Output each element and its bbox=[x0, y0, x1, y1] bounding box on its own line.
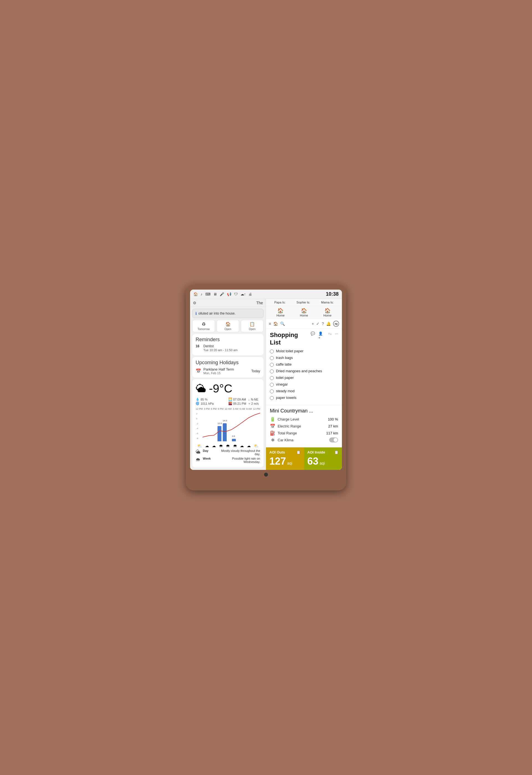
wind-speed-icon: ≈ bbox=[249, 402, 250, 405]
shopping-item-4[interactable]: toilet paper bbox=[270, 376, 338, 380]
shopping-item-7[interactable]: paper towels bbox=[270, 396, 338, 400]
bell-icon[interactable]: 🔔 bbox=[326, 322, 331, 326]
notification-bar[interactable]: ℹ olluted air into the house. bbox=[192, 309, 264, 318]
shopping-toolbar: 💬 👤+ ↑↓ ··· bbox=[311, 332, 338, 340]
wind-direction: N-NE bbox=[251, 398, 258, 401]
add-user-icon[interactable]: 👤+ bbox=[318, 332, 325, 340]
family-bar: Papa Is: Sophie Is: Mama Is: bbox=[266, 299, 342, 306]
item-chip-tomorrow[interactable]: ♻ Tomorrow bbox=[192, 320, 215, 332]
weather-main: 🌥 -9°C bbox=[196, 382, 260, 395]
shopping-item-5[interactable]: vinegar bbox=[270, 382, 338, 387]
shopping-section: Shopping List 💬 👤+ ↑↓ ··· Moist toilet p… bbox=[266, 329, 342, 405]
holidays-card: Upcoming Holidays 📅 Parklane Half Term M… bbox=[192, 357, 264, 378]
weather-icon-6: ☁ bbox=[240, 443, 244, 448]
aol-outside-number: 127 bbox=[269, 455, 286, 467]
shopping-item-0[interactable]: Moist toilet paper bbox=[270, 349, 338, 353]
help-icon[interactable]: ? bbox=[322, 322, 324, 326]
checkbox-7[interactable] bbox=[270, 396, 274, 400]
weather-icon: 🌥 bbox=[196, 383, 206, 395]
add-icon[interactable]: + bbox=[312, 322, 314, 326]
car-stat-klima: ❄ Car Klima bbox=[270, 437, 338, 443]
shopping-item-3[interactable]: Dried mangoes and peaches bbox=[270, 369, 338, 373]
mic-icon: 🎤 bbox=[220, 292, 224, 296]
sunset-value: 05:21 PM bbox=[233, 402, 246, 405]
status-bar: 🏠 ♪ ⌨ 🖥 🎤 📢 🛡 ☁↑ 🖨 10:38 bbox=[190, 290, 342, 299]
checkbox-2[interactable] bbox=[270, 363, 274, 367]
electric-range-icon: 📅 bbox=[270, 424, 275, 429]
menu-icon[interactable]: ≡ bbox=[269, 322, 271, 326]
item-label-7: paper towels bbox=[276, 396, 296, 400]
week-weather-row: 🌧 Week Possible light rain on Wednesday. bbox=[196, 457, 260, 463]
checkbox-1[interactable] bbox=[270, 356, 274, 360]
home-label-papa: Home bbox=[277, 314, 285, 317]
item-chip-open1[interactable]: 🏠 Open bbox=[217, 320, 239, 332]
family-person-mama: Mama Is: bbox=[321, 301, 334, 304]
more-icon[interactable]: ··· bbox=[335, 332, 338, 340]
left-column: ⚙ The ℹ olluted air into the house. ♻ To… bbox=[190, 299, 266, 470]
klima-toggle-switch[interactable] bbox=[329, 437, 338, 442]
ha-home-icon[interactable]: 🏠 bbox=[273, 322, 278, 326]
reminder-title: Dentist bbox=[203, 344, 237, 348]
aol-inside-number: 63 bbox=[307, 455, 318, 467]
family-person-sophie: Sophie Is: bbox=[296, 301, 310, 304]
speaker-icon: 📢 bbox=[227, 292, 231, 296]
pressure-value: 1011 hPa bbox=[201, 402, 214, 405]
reminder-item: 16 Dentist Tue 10:20 am - 11:50 am bbox=[196, 344, 260, 352]
cloud-upload-icon: ☁↑ bbox=[241, 292, 246, 296]
weather-icon-0: ⛅ bbox=[197, 443, 202, 448]
aol-inside-title: AOl Inside bbox=[307, 450, 325, 454]
car-section: Mini Countryman ... 🔋 Charge Level 100 %… bbox=[266, 405, 342, 447]
shopping-item-2[interactable]: caffe latte bbox=[270, 362, 338, 367]
home-btn-sophie[interactable]: 🏠 Home bbox=[300, 308, 308, 317]
recycle-icon: ♻ bbox=[195, 322, 213, 327]
total-range-value: 117 km bbox=[326, 431, 338, 435]
main-layout: ⚙ The ℹ olluted air into the house. ♻ To… bbox=[190, 299, 342, 470]
car-stat-charge: 🔋 Charge Level 100 % bbox=[270, 417, 338, 422]
checkbox-6[interactable] bbox=[270, 389, 274, 393]
sunrise-detail: 🌅 07:09 AM ↓ N-NE bbox=[228, 397, 260, 401]
sunrise-value: 07:09 AM bbox=[233, 398, 246, 401]
holiday-left: 📅 Parklane Half Term Mon, Feb 15 bbox=[196, 367, 234, 375]
search-icon[interactable]: 🔍 bbox=[280, 322, 285, 326]
aol-outside-value: 127 aqi bbox=[269, 455, 301, 467]
item-label-2: caffe latte bbox=[276, 362, 291, 366]
home-btn-mama[interactable]: 🏠 Home bbox=[323, 308, 331, 317]
checkbox-0[interactable] bbox=[270, 350, 274, 353]
checkbox-5[interactable] bbox=[270, 383, 274, 387]
shield-icon: 🛡 bbox=[234, 292, 238, 296]
day-label: Day bbox=[203, 449, 214, 452]
weather-chart: 12 PM3 PM6 PM9 PM12 AM3 AM6 AM9 AM12 PM … bbox=[196, 407, 260, 441]
checkbox-4[interactable] bbox=[270, 376, 274, 380]
shopping-item-6[interactable]: steady mod bbox=[270, 389, 338, 393]
home-label-sophie: Home bbox=[300, 314, 308, 317]
battery-icon: 🔋 bbox=[270, 417, 275, 422]
home-dot-button[interactable] bbox=[264, 473, 268, 476]
home-btn-papa[interactable]: 🏠 Home bbox=[277, 308, 285, 317]
home-icon-sophie: 🏠 bbox=[300, 308, 308, 314]
music-icon: ♪ bbox=[201, 292, 203, 296]
weather-details: 💧 85 % 🌅 07:09 AM ↓ N-NE 🌀 1011 hPa bbox=[196, 397, 260, 405]
weather-icon-2: ☁ bbox=[212, 443, 216, 448]
item-chip-open2[interactable]: 📋 Open bbox=[241, 320, 264, 332]
item-label-3: Dried mangoes and peaches bbox=[276, 369, 322, 373]
settings-icon[interactable]: ⚙ bbox=[193, 301, 196, 305]
holiday-name: Parklane Half Term bbox=[203, 367, 234, 371]
shopping-item-1[interactable]: trash bags bbox=[270, 356, 338, 360]
home-icon-papa: 🏠 bbox=[277, 308, 285, 314]
sort-icon[interactable]: ↑↓ bbox=[328, 332, 332, 340]
total-range-icon: ⛽ bbox=[270, 430, 275, 436]
user-avatar[interactable]: ag bbox=[333, 321, 339, 327]
day-weather-icon: 🌥 bbox=[196, 449, 201, 455]
check-icon[interactable]: ✓ bbox=[316, 322, 319, 326]
device-frame: 🏠 ♪ ⌨ 🖥 🎤 📢 🛡 ☁↑ 🖨 10:38 ⚙ The bbox=[186, 285, 346, 490]
electric-range-label: Electric Range bbox=[278, 424, 326, 428]
aol-inside-unit: aqi bbox=[320, 461, 325, 465]
chat-icon[interactable]: 💬 bbox=[311, 332, 315, 340]
item-label-5: vinegar bbox=[276, 382, 288, 386]
aol-outside-tile[interactable]: AOl Outs 📋 127 aqi bbox=[266, 447, 304, 470]
klima-toggle[interactable] bbox=[329, 437, 338, 442]
checkbox-3[interactable] bbox=[270, 369, 274, 373]
car-title: Mini Countryman ... bbox=[270, 408, 338, 414]
aol-inside-icon: 📋 bbox=[334, 450, 339, 454]
aol-inside-tile[interactable]: AOl Inside 📋 63 aqi bbox=[304, 447, 342, 470]
